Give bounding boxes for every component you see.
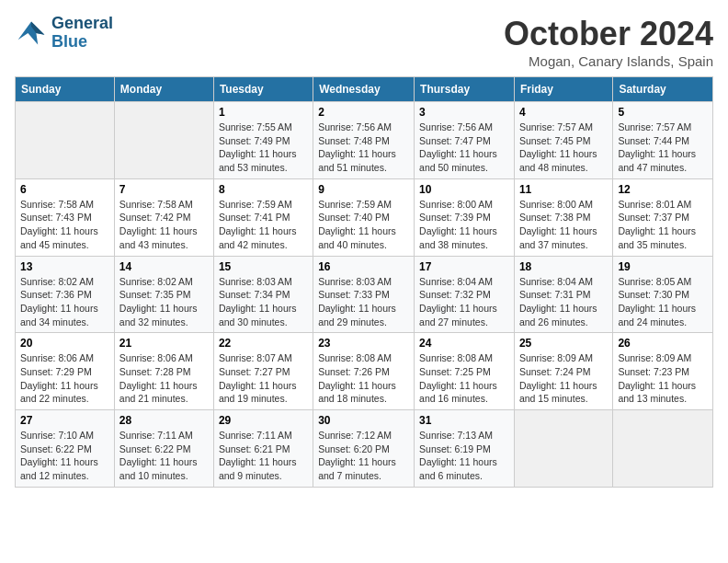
day-number: 24 [419, 337, 509, 350]
day-header-tuesday: Tuesday [213, 77, 313, 102]
calendar-cell: 20Sunrise: 8:06 AMSunset: 7:29 PMDayligh… [16, 333, 115, 410]
logo-icon [15, 17, 48, 50]
calendar-cell: 5Sunrise: 7:57 AMSunset: 7:44 PMDaylight… [613, 102, 713, 179]
day-number: 5 [618, 106, 708, 119]
day-number: 6 [20, 183, 109, 196]
calendar-cell: 26Sunrise: 8:09 AMSunset: 7:23 PMDayligh… [613, 333, 713, 410]
day-number: 12 [618, 183, 708, 196]
calendar-cell: 17Sunrise: 8:04 AMSunset: 7:32 PMDayligh… [415, 256, 515, 333]
day-number: 17 [419, 260, 509, 273]
day-info: Sunrise: 8:04 AMSunset: 7:31 PMDaylight:… [519, 275, 608, 329]
day-header-saturday: Saturday [613, 77, 713, 102]
day-info: Sunrise: 7:58 AMSunset: 7:42 PMDaylight:… [119, 198, 209, 252]
day-number: 1 [219, 106, 308, 119]
calendar-cell: 18Sunrise: 8:04 AMSunset: 7:31 PMDayligh… [514, 256, 612, 333]
day-number: 25 [519, 337, 608, 350]
calendar-cell: 7Sunrise: 7:58 AMSunset: 7:42 PMDaylight… [114, 178, 213, 256]
logo: General Blue [15, 15, 113, 52]
calendar-cell: 31Sunrise: 7:13 AMSunset: 6:19 PMDayligh… [415, 410, 515, 488]
calendar-week-2: 13Sunrise: 8:02 AMSunset: 7:36 PMDayligh… [16, 256, 713, 333]
calendar-header-row: SundayMondayTuesdayWednesdayThursdayFrid… [16, 77, 713, 102]
calendar-cell: 24Sunrise: 8:08 AMSunset: 7:25 PMDayligh… [415, 333, 515, 410]
location-subtitle: Mogan, Canary Islands, Spain [504, 53, 713, 69]
calendar-table: SundayMondayTuesdayWednesdayThursdayFrid… [15, 76, 713, 488]
day-info: Sunrise: 7:13 AMSunset: 6:19 PMDaylight:… [419, 429, 509, 483]
day-number: 18 [519, 260, 608, 273]
day-info: Sunrise: 8:00 AMSunset: 7:38 PMDaylight:… [519, 198, 608, 252]
calendar-cell: 2Sunrise: 7:56 AMSunset: 7:48 PMDaylight… [313, 102, 415, 179]
day-header-sunday: Sunday [16, 77, 115, 102]
day-info: Sunrise: 7:57 AMSunset: 7:45 PMDaylight:… [519, 121, 608, 175]
day-info: Sunrise: 7:59 AMSunset: 7:41 PMDaylight:… [219, 198, 308, 252]
day-number: 31 [419, 414, 509, 427]
day-info: Sunrise: 7:10 AMSunset: 6:22 PMDaylight:… [20, 429, 109, 483]
day-number: 7 [119, 183, 209, 196]
day-number: 19 [618, 260, 708, 273]
calendar-cell: 19Sunrise: 8:05 AMSunset: 7:30 PMDayligh… [613, 256, 713, 333]
day-info: Sunrise: 7:11 AMSunset: 6:21 PMDaylight:… [219, 429, 308, 483]
day-info: Sunrise: 8:04 AMSunset: 7:32 PMDaylight:… [419, 275, 509, 329]
day-info: Sunrise: 7:11 AMSunset: 6:22 PMDaylight:… [119, 429, 209, 483]
calendar-cell: 8Sunrise: 7:59 AMSunset: 7:41 PMDaylight… [213, 178, 313, 256]
calendar-cell: 4Sunrise: 7:57 AMSunset: 7:45 PMDaylight… [514, 102, 612, 179]
day-number: 10 [419, 183, 509, 196]
day-number: 2 [318, 106, 409, 119]
day-number: 22 [219, 337, 308, 350]
day-info: Sunrise: 8:01 AMSunset: 7:37 PMDaylight:… [618, 198, 708, 252]
calendar-cell: 3Sunrise: 7:56 AMSunset: 7:47 PMDaylight… [415, 102, 515, 179]
calendar-week-3: 20Sunrise: 8:06 AMSunset: 7:29 PMDayligh… [16, 333, 713, 410]
day-number: 3 [419, 106, 509, 119]
day-number: 4 [519, 106, 608, 119]
calendar-cell: 10Sunrise: 8:00 AMSunset: 7:39 PMDayligh… [415, 178, 515, 256]
day-number: 9 [318, 183, 409, 196]
calendar-week-1: 6Sunrise: 7:58 AMSunset: 7:43 PMDaylight… [16, 178, 713, 256]
day-number: 20 [20, 337, 109, 350]
day-number: 28 [119, 414, 209, 427]
calendar-cell: 29Sunrise: 7:11 AMSunset: 6:21 PMDayligh… [213, 410, 313, 488]
calendar-cell: 25Sunrise: 8:09 AMSunset: 7:24 PMDayligh… [514, 333, 612, 410]
calendar-cell: 9Sunrise: 7:59 AMSunset: 7:40 PMDaylight… [313, 178, 415, 256]
day-info: Sunrise: 8:02 AMSunset: 7:36 PMDaylight:… [20, 275, 109, 329]
calendar-cell: 30Sunrise: 7:12 AMSunset: 6:20 PMDayligh… [313, 410, 415, 488]
day-number: 30 [318, 414, 409, 427]
calendar-body: 1Sunrise: 7:55 AMSunset: 7:49 PMDaylight… [16, 102, 713, 488]
day-info: Sunrise: 7:56 AMSunset: 7:48 PMDaylight:… [318, 121, 409, 175]
day-number: 27 [20, 414, 109, 427]
day-info: Sunrise: 8:06 AMSunset: 7:29 PMDaylight:… [20, 351, 109, 406]
day-number: 15 [219, 260, 308, 273]
day-info: Sunrise: 7:12 AMSunset: 6:20 PMDaylight:… [318, 429, 409, 483]
calendar-cell: 15Sunrise: 8:03 AMSunset: 7:34 PMDayligh… [213, 256, 313, 333]
calendar-week-0: 1Sunrise: 7:55 AMSunset: 7:49 PMDaylight… [16, 102, 713, 179]
day-number: 21 [119, 337, 209, 350]
day-info: Sunrise: 8:08 AMSunset: 7:25 PMDaylight:… [419, 351, 509, 406]
calendar-cell: 1Sunrise: 7:55 AMSunset: 7:49 PMDaylight… [213, 102, 313, 179]
day-info: Sunrise: 8:00 AMSunset: 7:39 PMDaylight:… [419, 198, 509, 252]
day-header-monday: Monday [114, 77, 213, 102]
calendar-cell: 13Sunrise: 8:02 AMSunset: 7:36 PMDayligh… [16, 256, 115, 333]
day-info: Sunrise: 8:06 AMSunset: 7:28 PMDaylight:… [119, 351, 209, 406]
calendar-cell: 21Sunrise: 8:06 AMSunset: 7:28 PMDayligh… [114, 333, 213, 410]
day-info: Sunrise: 8:05 AMSunset: 7:30 PMDaylight:… [618, 275, 708, 329]
month-title: October 2024 [504, 15, 713, 53]
logo-text: General Blue [51, 15, 113, 52]
day-info: Sunrise: 7:56 AMSunset: 7:47 PMDaylight:… [419, 121, 509, 175]
day-number: 16 [318, 260, 409, 273]
day-number: 14 [119, 260, 209, 273]
calendar-cell: 22Sunrise: 8:07 AMSunset: 7:27 PMDayligh… [213, 333, 313, 410]
day-number: 26 [618, 337, 708, 350]
day-number: 8 [219, 183, 308, 196]
day-number: 23 [318, 337, 409, 350]
calendar-cell: 16Sunrise: 8:03 AMSunset: 7:33 PMDayligh… [313, 256, 415, 333]
calendar-cell: 6Sunrise: 7:58 AMSunset: 7:43 PMDaylight… [16, 178, 115, 256]
day-info: Sunrise: 8:09 AMSunset: 7:23 PMDaylight:… [618, 351, 708, 406]
day-info: Sunrise: 7:57 AMSunset: 7:44 PMDaylight:… [618, 121, 708, 175]
day-header-wednesday: Wednesday [313, 77, 415, 102]
day-info: Sunrise: 8:09 AMSunset: 7:24 PMDaylight:… [519, 351, 608, 406]
page-header: General Blue October 2024 Mogan, Canary … [15, 15, 713, 69]
day-info: Sunrise: 8:07 AMSunset: 7:27 PMDaylight:… [219, 351, 308, 406]
day-info: Sunrise: 7:55 AMSunset: 7:49 PMDaylight:… [219, 121, 308, 175]
day-info: Sunrise: 8:08 AMSunset: 7:26 PMDaylight:… [318, 351, 409, 406]
day-info: Sunrise: 8:03 AMSunset: 7:33 PMDaylight:… [318, 275, 409, 329]
calendar-cell: 23Sunrise: 8:08 AMSunset: 7:26 PMDayligh… [313, 333, 415, 410]
calendar-cell: 12Sunrise: 8:01 AMSunset: 7:37 PMDayligh… [613, 178, 713, 256]
